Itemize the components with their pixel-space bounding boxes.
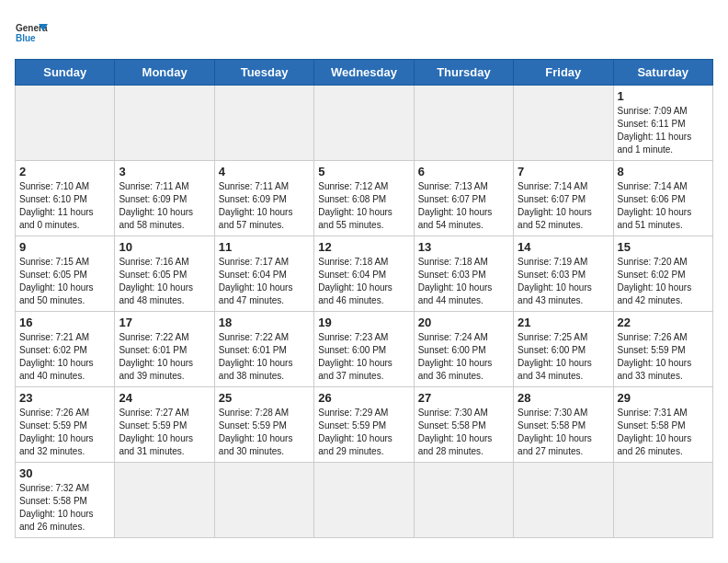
day-number: 5 <box>318 165 409 178</box>
day-number: 8 <box>618 165 709 178</box>
calendar-cell: 16Sunrise: 7:21 AMSunset: 6:02 PMDayligh… <box>16 312 115 387</box>
day-number: 25 <box>219 391 310 405</box>
cell-content: Sunrise: 7:12 AMSunset: 6:08 PMDaylight:… <box>318 180 409 232</box>
calendar-cell: 3Sunrise: 7:11 AMSunset: 6:09 PMDaylight… <box>115 161 214 236</box>
calendar-cell: 22Sunrise: 7:26 AMSunset: 5:59 PMDayligh… <box>613 312 712 387</box>
cell-content: Sunrise: 7:16 AMSunset: 6:05 PMDaylight:… <box>119 256 210 307</box>
cell-content: Sunrise: 7:30 AMSunset: 5:58 PMDaylight:… <box>418 407 509 458</box>
calendar-cell: 29Sunrise: 7:31 AMSunset: 5:58 PMDayligh… <box>613 387 712 463</box>
calendar-cell: 2Sunrise: 7:10 AMSunset: 6:10 PMDaylight… <box>16 161 115 236</box>
day-number: 4 <box>219 165 310 178</box>
col-header-tuesday: Tuesday <box>214 60 313 86</box>
cell-content: Sunrise: 7:15 AMSunset: 6:05 PMDaylight:… <box>19 256 110 307</box>
cell-content: Sunrise: 7:18 AMSunset: 6:03 PMDaylight:… <box>418 256 509 307</box>
col-header-friday: Friday <box>514 60 613 86</box>
calendar-cell <box>613 463 712 538</box>
calendar-cell: 8Sunrise: 7:14 AMSunset: 6:06 PMDaylight… <box>613 161 712 236</box>
cell-content: Sunrise: 7:13 AMSunset: 6:07 PMDaylight:… <box>418 180 509 232</box>
week-row-2: 9Sunrise: 7:15 AMSunset: 6:05 PMDaylight… <box>16 236 713 312</box>
calendar-table: SundayMondayTuesdayWednesdayThursdayFrid… <box>15 59 713 538</box>
cell-content: Sunrise: 7:14 AMSunset: 6:06 PMDaylight:… <box>618 180 709 232</box>
day-number: 3 <box>119 165 210 178</box>
cell-content: Sunrise: 7:09 AMSunset: 6:11 PMDaylight:… <box>618 105 709 156</box>
calendar-cell: 24Sunrise: 7:27 AMSunset: 5:59 PMDayligh… <box>115 387 214 463</box>
day-number: 30 <box>19 466 110 480</box>
cell-content: Sunrise: 7:26 AMSunset: 5:59 PMDaylight:… <box>618 331 709 383</box>
day-number: 26 <box>318 391 409 405</box>
cell-content: Sunrise: 7:22 AMSunset: 6:01 PMDaylight:… <box>119 331 210 383</box>
calendar-cell: 11Sunrise: 7:17 AMSunset: 6:04 PMDayligh… <box>214 236 313 312</box>
calendar-cell: 18Sunrise: 7:22 AMSunset: 6:01 PMDayligh… <box>214 312 313 387</box>
calendar-cell: 21Sunrise: 7:25 AMSunset: 6:00 PMDayligh… <box>514 312 613 387</box>
day-number: 18 <box>219 316 310 329</box>
calendar-cell: 13Sunrise: 7:18 AMSunset: 6:03 PMDayligh… <box>414 236 513 312</box>
day-number: 14 <box>518 240 609 254</box>
cell-content: Sunrise: 7:14 AMSunset: 6:07 PMDaylight:… <box>518 180 609 232</box>
cell-content: Sunrise: 7:17 AMSunset: 6:04 PMDaylight:… <box>219 256 310 307</box>
day-number: 10 <box>119 240 210 254</box>
cell-content: Sunrise: 7:26 AMSunset: 5:59 PMDaylight:… <box>19 407 110 458</box>
col-header-saturday: Saturday <box>613 60 712 86</box>
day-number: 16 <box>19 316 110 329</box>
col-header-wednesday: Wednesday <box>314 60 414 86</box>
calendar-cell: 28Sunrise: 7:30 AMSunset: 5:58 PMDayligh… <box>514 387 613 463</box>
day-number: 20 <box>418 316 509 329</box>
day-number: 11 <box>219 240 310 254</box>
svg-text:Blue: Blue <box>16 33 36 43</box>
week-row-0: 1Sunrise: 7:09 AMSunset: 6:11 PMDaylight… <box>16 86 713 161</box>
cell-content: Sunrise: 7:31 AMSunset: 5:58 PMDaylight:… <box>618 407 709 458</box>
cell-content: Sunrise: 7:23 AMSunset: 6:00 PMDaylight:… <box>318 331 409 383</box>
cell-content: Sunrise: 7:20 AMSunset: 6:02 PMDaylight:… <box>618 256 709 307</box>
day-number: 2 <box>19 165 110 178</box>
cell-content: Sunrise: 7:21 AMSunset: 6:02 PMDaylight:… <box>19 331 110 383</box>
calendar-cell: 1Sunrise: 7:09 AMSunset: 6:11 PMDaylight… <box>613 86 712 161</box>
calendar-cell: 9Sunrise: 7:15 AMSunset: 6:05 PMDaylight… <box>16 236 115 312</box>
day-number: 17 <box>119 316 210 329</box>
calendar-cell <box>414 86 513 161</box>
day-number: 13 <box>418 240 509 254</box>
page-header: General Blue <box>15 15 713 48</box>
week-row-5: 30Sunrise: 7:32 AMSunset: 5:58 PMDayligh… <box>16 463 713 538</box>
day-number: 23 <box>19 391 110 405</box>
calendar-cell: 15Sunrise: 7:20 AMSunset: 6:02 PMDayligh… <box>613 236 712 312</box>
calendar-cell <box>314 86 414 161</box>
calendar-cell <box>514 463 613 538</box>
cell-content: Sunrise: 7:19 AMSunset: 6:03 PMDaylight:… <box>518 256 609 307</box>
calendar-cell <box>414 463 513 538</box>
calendar-cell <box>16 86 115 161</box>
calendar-header-row: SundayMondayTuesdayWednesdayThursdayFrid… <box>16 60 713 86</box>
cell-content: Sunrise: 7:30 AMSunset: 5:58 PMDaylight:… <box>518 407 609 458</box>
calendar-cell: 12Sunrise: 7:18 AMSunset: 6:04 PMDayligh… <box>314 236 414 312</box>
cell-content: Sunrise: 7:22 AMSunset: 6:01 PMDaylight:… <box>219 331 310 383</box>
col-header-monday: Monday <box>115 60 214 86</box>
calendar-cell <box>115 86 214 161</box>
calendar-cell: 20Sunrise: 7:24 AMSunset: 6:00 PMDayligh… <box>414 312 513 387</box>
day-number: 9 <box>19 240 110 254</box>
calendar-cell: 23Sunrise: 7:26 AMSunset: 5:59 PMDayligh… <box>16 387 115 463</box>
week-row-1: 2Sunrise: 7:10 AMSunset: 6:10 PMDaylight… <box>16 161 713 236</box>
calendar-cell: 7Sunrise: 7:14 AMSunset: 6:07 PMDaylight… <box>514 161 613 236</box>
calendar-cell <box>214 86 313 161</box>
day-number: 21 <box>518 316 609 329</box>
calendar-cell: 19Sunrise: 7:23 AMSunset: 6:00 PMDayligh… <box>314 312 414 387</box>
cell-content: Sunrise: 7:24 AMSunset: 6:00 PMDaylight:… <box>418 331 509 383</box>
calendar-cell: 5Sunrise: 7:12 AMSunset: 6:08 PMDaylight… <box>314 161 414 236</box>
logo-icon: General Blue <box>15 15 48 48</box>
logo: General Blue <box>15 15 48 48</box>
calendar-body: 1Sunrise: 7:09 AMSunset: 6:11 PMDaylight… <box>16 86 713 538</box>
cell-content: Sunrise: 7:25 AMSunset: 6:00 PMDaylight:… <box>518 331 609 383</box>
day-number: 1 <box>618 89 709 103</box>
week-row-3: 16Sunrise: 7:21 AMSunset: 6:02 PMDayligh… <box>16 312 713 387</box>
calendar-cell: 26Sunrise: 7:29 AMSunset: 5:59 PMDayligh… <box>314 387 414 463</box>
day-number: 28 <box>518 391 609 405</box>
calendar-cell: 27Sunrise: 7:30 AMSunset: 5:58 PMDayligh… <box>414 387 513 463</box>
cell-content: Sunrise: 7:11 AMSunset: 6:09 PMDaylight:… <box>219 180 310 232</box>
day-number: 12 <box>318 240 409 254</box>
day-number: 22 <box>618 316 709 329</box>
cell-content: Sunrise: 7:28 AMSunset: 5:59 PMDaylight:… <box>219 407 310 458</box>
day-number: 19 <box>318 316 409 329</box>
calendar-cell <box>314 463 414 538</box>
day-number: 6 <box>418 165 509 178</box>
calendar-cell: 4Sunrise: 7:11 AMSunset: 6:09 PMDaylight… <box>214 161 313 236</box>
day-number: 7 <box>518 165 609 178</box>
